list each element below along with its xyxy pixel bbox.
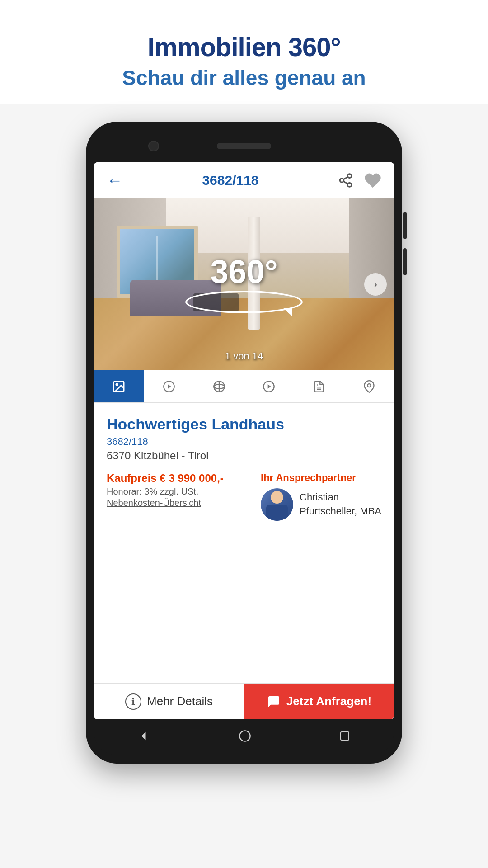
- svg-marker-17: [141, 731, 145, 740]
- vr-arrow: [283, 308, 292, 316]
- page-title: Immobilien 360°: [18, 32, 470, 62]
- property-id: 3682/118: [107, 436, 381, 448]
- vr-overlay[interactable]: 360°: [185, 255, 303, 313]
- page-subtitle: Schau dir alles genau an: [18, 66, 470, 90]
- price-section: Kaufpreis € 3 990 000,- Honorar: 3% zzgl…: [107, 472, 224, 508]
- property-details-row: Kaufpreis € 3 990 000,- Honorar: 3% zzgl…: [107, 472, 381, 521]
- video1-tab-icon: [163, 380, 175, 393]
- next-image-button[interactable]: ›: [364, 273, 387, 296]
- contact-label: Ihr Ansprechpartner: [261, 472, 356, 484]
- tab-video2[interactable]: [244, 370, 294, 402]
- image-counter: 1 von 14: [225, 350, 263, 362]
- heart-icon[interactable]: [364, 172, 381, 189]
- tab-video1[interactable]: [144, 370, 194, 402]
- jetzt-anfragen-button[interactable]: Jetzt Anfragen!: [244, 684, 394, 719]
- page-header: Immobilien 360° Schau dir alles genau an: [0, 0, 488, 104]
- chat-icon: [267, 694, 281, 709]
- svg-point-6: [116, 383, 118, 385]
- contact-section: Ihr Ansprechpartner Christian Pfurtschel…: [261, 472, 381, 521]
- nav-back-button[interactable]: [138, 730, 150, 745]
- property-image: 360° 1 von 14 ›: [94, 198, 394, 370]
- back-button[interactable]: ←: [107, 171, 123, 190]
- phone-screen: ← 3682/118: [94, 162, 394, 719]
- vr-tab-icon: [213, 380, 225, 393]
- header-actions: [338, 172, 381, 189]
- volume-button: [403, 212, 407, 239]
- photos-tab-icon: [112, 380, 126, 393]
- bottom-bar: ℹ Mehr Details Jetzt Anfragen!: [94, 683, 394, 719]
- video2-tab-icon: [263, 380, 275, 393]
- phone-speaker: [217, 143, 271, 149]
- avatar-person-shape: [261, 488, 293, 521]
- anfragen-label: Jetzt Anfragen!: [286, 694, 371, 708]
- tab-vr[interactable]: [194, 370, 244, 402]
- svg-point-16: [368, 384, 371, 387]
- honorar: Honorar: 3% zzgl. USt.: [107, 486, 224, 497]
- vr-label: 360°: [185, 255, 303, 288]
- mehr-details-label: Mehr Details: [147, 694, 213, 708]
- avatar-head: [271, 491, 283, 504]
- property-name: Hochwertiges Landhaus: [107, 415, 381, 433]
- tab-docs[interactable]: [294, 370, 344, 402]
- app-header: ← 3682/118: [94, 162, 394, 198]
- nav-recents-button[interactable]: [339, 731, 350, 745]
- contact-name: Christian Pfurtscheller, MBA: [300, 491, 381, 519]
- svg-point-18: [239, 731, 250, 741]
- listing-id-header: 3682/118: [202, 173, 258, 188]
- svg-marker-8: [168, 384, 171, 388]
- phone-camera: [148, 141, 159, 151]
- media-tabs: [94, 370, 394, 403]
- android-nav: [94, 719, 394, 755]
- contact-avatar: [261, 488, 293, 521]
- avatar-body: [266, 505, 288, 521]
- share-icon[interactable]: [338, 173, 353, 188]
- svg-line-4: [343, 177, 348, 179]
- docs-tab-icon: [313, 380, 325, 393]
- tab-photos[interactable]: [94, 370, 144, 402]
- property-location: 6370 Kitzbühel - Tirol: [107, 449, 381, 462]
- nav-home-button[interactable]: [239, 730, 251, 745]
- tab-location[interactable]: [344, 370, 394, 402]
- svg-line-3: [343, 181, 348, 184]
- mehr-details-icon: ℹ: [125, 693, 141, 710]
- phone-shell: ← 3682/118: [86, 122, 402, 764]
- vr-ring: [185, 291, 303, 313]
- svg-rect-19: [341, 732, 349, 740]
- phone-top-bar: [94, 130, 394, 162]
- purchase-price: Kaufpreis € 3 990 000,-: [107, 472, 224, 485]
- property-info: Hochwertiges Landhaus 3682/118 6370 Kitz…: [94, 403, 394, 683]
- svg-marker-13: [268, 384, 271, 388]
- nebenkosten-link[interactable]: Nebenkosten-Übersicht: [107, 498, 224, 508]
- volume-button-2: [403, 248, 407, 275]
- contact-person[interactable]: Christian Pfurtscheller, MBA: [261, 488, 381, 521]
- location-tab-icon: [363, 380, 375, 393]
- mehr-details-button[interactable]: ℹ Mehr Details: [94, 684, 244, 719]
